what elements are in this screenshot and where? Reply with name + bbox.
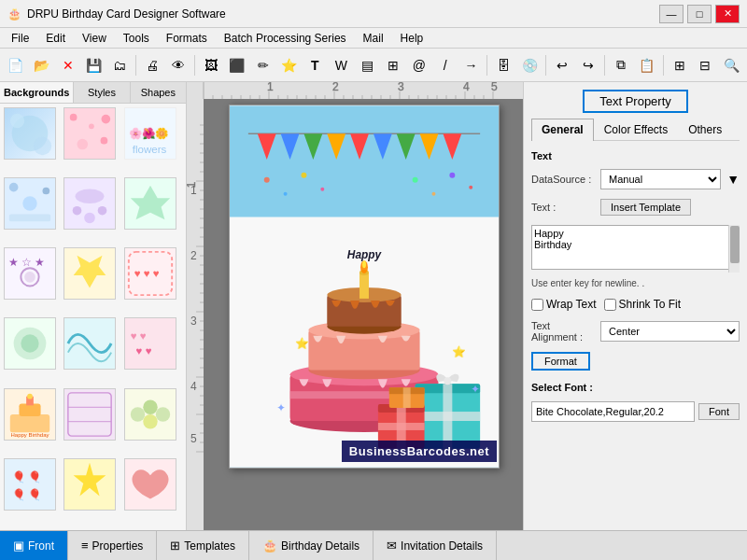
bottom-tab-birthday-details[interactable]: 🎂 Birthday Details — [249, 531, 374, 560]
qr-button[interactable]: ⊞ — [381, 53, 405, 77]
menu-item-batch-processing-series[interactable]: Batch Processing Series — [217, 30, 354, 47]
open-button[interactable]: 📂 — [30, 53, 54, 77]
text-button[interactable]: T — [303, 53, 327, 77]
bottom-tab-invitation-details[interactable]: ✉ Invitation Details — [374, 531, 497, 560]
menu-item-edit[interactable]: Edit — [38, 30, 73, 47]
minimize-button[interactable]: — — [659, 5, 684, 23]
thumbnail-6[interactable] — [124, 177, 176, 230]
wrap-text-input[interactable] — [531, 299, 543, 311]
delete-button[interactable]: ✕ — [56, 53, 80, 77]
shape-button[interactable]: ⬛ — [225, 53, 249, 77]
copy-button[interactable]: ⧉ — [609, 53, 633, 77]
svg-rect-16 — [9, 215, 50, 222]
bottom-tab-properties[interactable]: ≡ Properties — [68, 531, 157, 560]
menu-item-mail[interactable]: Mail — [356, 30, 391, 47]
line-button[interactable]: / — [433, 53, 458, 77]
tab-general[interactable]: General — [531, 119, 594, 141]
wordart-button[interactable]: W — [329, 53, 353, 77]
svg-point-49 — [143, 399, 157, 413]
svg-rect-35 — [125, 318, 176, 369]
thumbnail-12[interactable]: ♥ ♥ ♥ ♥ — [124, 317, 176, 370]
svg-rect-40 — [19, 403, 40, 416]
thumbnail-9[interactable]: ♥ ♥ ♥ — [124, 247, 176, 300]
thumbnail-17[interactable] — [63, 458, 116, 511]
menu-item-tools[interactable]: Tools — [116, 30, 157, 47]
paste-button[interactable]: 📋 — [635, 53, 659, 77]
menu-item-formats[interactable]: Formats — [159, 30, 215, 47]
folder-button[interactable]: 🗂 — [107, 53, 132, 77]
image-button[interactable]: 🖼 — [199, 53, 223, 77]
menu-item-file[interactable]: File — [4, 30, 36, 47]
maximize-button[interactable]: □ — [687, 5, 712, 23]
text-property-button: Text Property — [583, 90, 688, 113]
grid-button[interactable]: ⊞ — [668, 53, 692, 77]
text-content-area[interactable]: Happy Birthday — [531, 225, 740, 270]
redo-button[interactable]: ↪ — [576, 53, 600, 77]
db-button[interactable]: 🗄 — [491, 53, 515, 77]
svg-point-8 — [101, 137, 108, 145]
star-button[interactable]: ⭐ — [277, 53, 302, 77]
ruler-left: 1 — [187, 99, 204, 530]
font-input[interactable] — [531, 401, 695, 422]
tab-backgrounds[interactable]: Backgrounds — [0, 82, 74, 103]
checkbox-row: Wrap Text Shrink To Fit — [531, 298, 740, 311]
tab-shapes[interactable]: Shapes — [131, 82, 186, 103]
bottom-tab-front[interactable]: ▣ Front — [0, 531, 68, 560]
align-button[interactable]: ⊟ — [693, 53, 717, 77]
textarea-scrollbar[interactable] — [728, 225, 740, 273]
preview-button[interactable]: 👁 — [166, 53, 190, 77]
print-button[interactable]: 🖨 — [140, 53, 164, 77]
thumbnail-5[interactable] — [63, 177, 116, 230]
thumbnail-16[interactable]: 🎈 🎈 🎈 🎈 — [4, 458, 56, 511]
bottom-tab-label-1: Properties — [92, 539, 144, 553]
thumbnail-15[interactable] — [124, 388, 176, 441]
datasource-select[interactable]: Manual — [600, 169, 721, 189]
tab-styles[interactable]: Styles — [74, 82, 130, 103]
tab-color-effects[interactable]: Color Effects — [594, 119, 678, 140]
svg-point-151 — [264, 177, 270, 183]
thumbnail-14[interactable] — [63, 388, 116, 441]
db2-button[interactable]: 💿 — [517, 53, 542, 77]
font-button[interactable]: Font — [698, 403, 740, 420]
tab-others[interactable]: Others — [678, 119, 732, 140]
thumbnail-8[interactable] — [63, 247, 116, 300]
separator-3 — [486, 55, 487, 76]
svg-text:🌸🌺🌼: 🌸🌺🌼 — [129, 127, 169, 140]
barcode-button[interactable]: ▤ — [355, 53, 379, 77]
birthday-card[interactable]: Happy Birthday — [229, 105, 500, 469]
close-button[interactable]: ✕ — [715, 5, 740, 23]
menu-item-help[interactable]: Help — [393, 30, 431, 47]
format-button[interactable]: Format — [531, 352, 590, 371]
left-panel: Backgrounds Styles Shapes 🌸🌺🌼flowers — [0, 82, 187, 530]
shrink-to-fit-input[interactable] — [604, 299, 616, 311]
text-alignment-select[interactable]: Center Left Right — [600, 321, 740, 342]
datasource-dropdown-icon[interactable]: ▼ — [726, 172, 740, 187]
thumbnail-2[interactable] — [63, 107, 116, 160]
wrap-text-checkbox[interactable]: Wrap Text — [531, 298, 597, 311]
symbol-button[interactable]: @ — [407, 53, 431, 77]
select-font-label: Select Font : — [531, 382, 740, 393]
thumbnail-10[interactable] — [4, 317, 56, 370]
thumbnail-18[interactable] — [124, 458, 176, 511]
svg-rect-43 — [64, 389, 115, 440]
arrow-button[interactable]: → — [459, 53, 484, 77]
watermark: BusinessBarcodes.net — [342, 441, 497, 462]
shrink-to-fit-checkbox[interactable]: Shrink To Fit — [604, 298, 681, 311]
undo-button[interactable]: ↩ — [550, 53, 574, 77]
menu-item-view[interactable]: View — [75, 30, 114, 47]
svg-text:🎈 🎈: 🎈 🎈 — [12, 470, 42, 483]
draw-button[interactable]: ✏ — [251, 53, 275, 77]
thumbnail-7[interactable]: ★ ☆ ★ — [4, 247, 56, 300]
app-icon: 🎂 — [7, 7, 21, 21]
thumbnail-4[interactable] — [4, 177, 56, 230]
bottom-tab-templates[interactable]: ⊞ Templates — [157, 531, 249, 560]
thumbnail-3[interactable]: 🌸🌺🌼flowers — [124, 107, 176, 160]
insert-template-button[interactable]: Insert Template — [600, 199, 691, 216]
thumbnail-1[interactable] — [4, 107, 56, 160]
new-button[interactable]: 📄 — [4, 53, 28, 77]
zoom-button[interactable]: 🔍 — [719, 53, 743, 77]
thumbnail-11[interactable] — [63, 317, 116, 370]
svg-point-33 — [21, 335, 38, 353]
save-button[interactable]: 💾 — [82, 53, 106, 77]
thumbnail-13[interactable]: Happy Birthday — [4, 388, 56, 441]
